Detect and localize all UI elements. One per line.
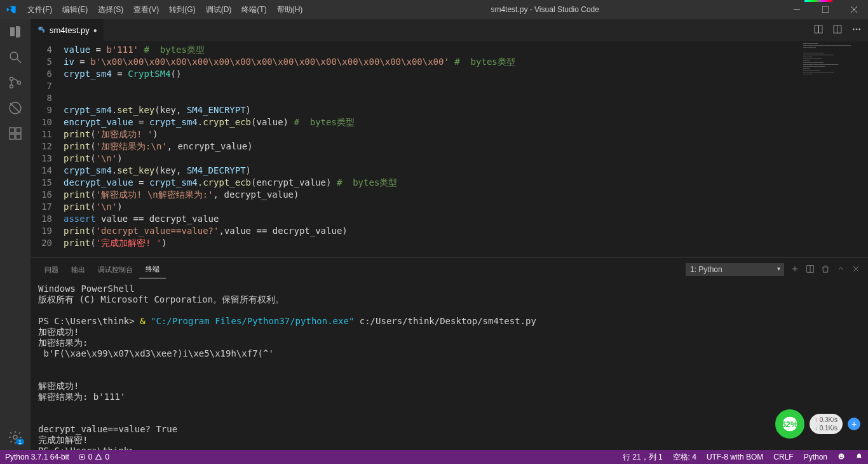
- svg-rect-17: [815, 25, 818, 33]
- bottom-panel: 问题输出调试控制台终端 1: Python Windows PowerShell…: [31, 257, 868, 450]
- split-terminal-icon[interactable]: [806, 264, 815, 275]
- debug-icon[interactable]: [8, 100, 23, 116]
- svg-point-35: [842, 455, 843, 456]
- net-up: 0.3K/s: [820, 416, 837, 423]
- svg-point-22: [856, 29, 857, 30]
- svg-point-33: [839, 453, 844, 459]
- activity-bar: 1: [0, 19, 31, 450]
- net-speed[interactable]: ↑0.3K/s ↓0.1K/s: [810, 414, 843, 434]
- more-actions-icon[interactable]: [851, 24, 862, 36]
- status-eol[interactable]: CRLF: [773, 453, 793, 461]
- svg-point-16: [40, 27, 41, 28]
- svg-line-5: [17, 59, 21, 63]
- menu-item[interactable]: 选择(S): [93, 0, 128, 19]
- settings-icon[interactable]: 1: [8, 430, 23, 445]
- maximize-button[interactable]: [811, 0, 839, 19]
- terminal[interactable]: Windows PowerShell版权所有 (C) Microsoft Cor…: [31, 278, 868, 450]
- menu-item[interactable]: 帮助(H): [272, 0, 308, 19]
- recording-indicator: [804, 0, 832, 2]
- close-button[interactable]: [839, 0, 868, 19]
- svg-point-6: [10, 78, 13, 81]
- svg-point-23: [859, 29, 860, 30]
- source-control-icon[interactable]: [8, 75, 23, 90]
- menu-item[interactable]: 调试(D): [201, 0, 237, 19]
- svg-point-21: [853, 29, 854, 30]
- menu-item[interactable]: 编辑(E): [57, 0, 93, 19]
- panel-tab[interactable]: 问题: [38, 261, 65, 278]
- status-warnings: 0: [105, 453, 109, 461]
- menu-item[interactable]: 查看(V): [128, 0, 164, 19]
- svg-point-7: [10, 85, 13, 88]
- split-editor-icon[interactable]: [832, 24, 843, 36]
- menu-item[interactable]: 终端(T): [236, 0, 271, 19]
- svg-rect-12: [16, 128, 21, 133]
- floating-monitor: 62% ↑0.3K/s ↓0.1K/s +: [775, 409, 860, 439]
- editor[interactable]: 4567891011121314151617181920 value = b'1…: [31, 41, 868, 257]
- status-errors: 0: [88, 453, 93, 461]
- status-bell-icon[interactable]: [855, 453, 863, 462]
- panel-tab[interactable]: 终端: [139, 261, 166, 278]
- tab-label: sm4test.py: [50, 25, 90, 35]
- cpu-gauge[interactable]: 62%: [775, 409, 804, 439]
- net-dn: 0.1K/s: [820, 425, 837, 432]
- editor-column: sm4test.py 4567891011121314151617181920 …: [31, 19, 868, 450]
- svg-rect-11: [10, 128, 15, 133]
- tab-sm4test[interactable]: sm4test.py: [31, 19, 104, 41]
- vscode-logo: [0, 4, 22, 15]
- panel-actions: 1: Python: [686, 263, 860, 278]
- svg-point-34: [840, 455, 841, 456]
- minimap[interactable]: ▪▪▪▪▪▪▪▪▪▪▪▪▪▪▪▪▪▪▪▪▪▪▪▪▪▪▪▪▪▪▪▪▪▪▪▪▪▪▪▪…: [803, 43, 859, 75]
- search-icon[interactable]: [8, 50, 23, 65]
- status-bar: Python 3.7.1 64-bit 0 0 行 21，列 1 空格: 4 U…: [0, 450, 868, 464]
- svg-rect-13: [10, 134, 15, 139]
- close-panel-icon[interactable]: [851, 264, 860, 275]
- editor-tabs: sm4test.py: [31, 19, 868, 41]
- svg-point-4: [10, 52, 18, 60]
- panel-tab[interactable]: 调试控制台: [92, 261, 139, 278]
- status-python[interactable]: Python 3.7.1 64-bit: [5, 453, 69, 461]
- python-icon: [37, 26, 46, 35]
- main-area: 1 sm4test.py 456789101112131415161718192…: [0, 19, 868, 450]
- panel-tab[interactable]: 输出: [65, 261, 92, 278]
- svg-rect-14: [16, 134, 21, 139]
- svg-rect-18: [819, 25, 822, 33]
- code-area[interactable]: value = b'111' # bytes类型iv = b'\x00\x00\…: [64, 41, 515, 257]
- svg-rect-1: [822, 6, 829, 13]
- window-controls: [782, 0, 868, 19]
- minimize-button[interactable]: [782, 0, 811, 19]
- status-cursor[interactable]: 行 21，列 1: [623, 452, 663, 463]
- titlebar: 文件(F)编辑(E)选择(S)查看(V)转到(G)调试(D)终端(T)帮助(H)…: [0, 0, 868, 19]
- explorer-icon[interactable]: [8, 24, 23, 39]
- status-indent[interactable]: 空格: 4: [673, 452, 696, 463]
- kill-terminal-icon[interactable]: [821, 264, 830, 275]
- line-gutter: 4567891011121314151617181920: [31, 41, 64, 257]
- status-problems[interactable]: 0 0: [78, 453, 109, 461]
- status-encoding[interactable]: UTF-8 with BOM: [707, 453, 763, 461]
- status-feedback-icon[interactable]: [837, 453, 845, 462]
- menu-item[interactable]: 文件(F): [22, 0, 57, 19]
- menu-item[interactable]: 转到(G): [164, 0, 200, 19]
- new-terminal-icon[interactable]: [790, 264, 799, 275]
- svg-line-10: [10, 103, 20, 113]
- panel-tabs: 问题输出调试控制台终端 1: Python: [31, 257, 868, 278]
- status-lang[interactable]: Python: [804, 453, 827, 461]
- editor-actions: [813, 19, 868, 41]
- window-title: sm4test.py - Visual Studio Code: [308, 5, 782, 14]
- compare-changes-icon[interactable]: [813, 24, 824, 36]
- settings-badge: 1: [16, 439, 24, 445]
- terminal-selector[interactable]: 1: Python: [686, 263, 784, 276]
- extensions-icon[interactable]: [8, 126, 23, 141]
- menubar: 文件(F)编辑(E)选择(S)查看(V)转到(G)调试(D)终端(T)帮助(H): [22, 0, 308, 19]
- expand-monitor-icon[interactable]: +: [848, 418, 860, 430]
- maximize-panel-icon[interactable]: [836, 264, 845, 275]
